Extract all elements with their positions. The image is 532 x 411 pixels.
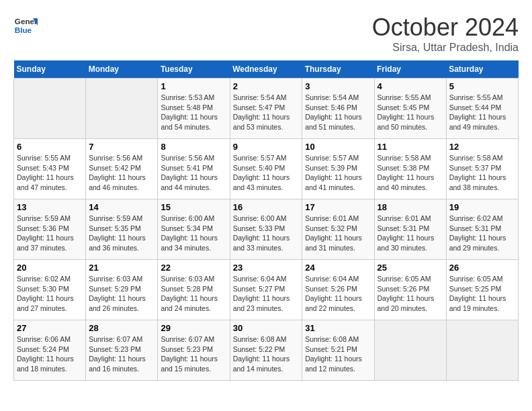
day-cell: 7Sunrise: 5:56 AMSunset: 5:42 PMDaylight…	[86, 139, 158, 199]
calendar-subtitle: Sirsa, Uttar Pradesh, India	[372, 42, 519, 54]
day-cell: 13Sunrise: 5:59 AMSunset: 5:36 PMDayligh…	[14, 199, 86, 260]
day-cell: 10Sunrise: 5:57 AMSunset: 5:39 PMDayligh…	[302, 139, 374, 199]
day-detail: Sunrise: 6:07 AMSunset: 5:23 PMDaylight:…	[161, 334, 226, 374]
day-number: 16	[233, 202, 300, 212]
calendar-table: SundayMondayTuesdayWednesdayThursdayFrid…	[13, 60, 519, 381]
day-detail: Sunrise: 5:54 AMSunset: 5:47 PMDaylight:…	[233, 93, 300, 132]
day-detail: Sunrise: 5:55 AMSunset: 5:45 PMDaylight:…	[378, 93, 443, 132]
day-number: 25	[378, 263, 443, 273]
day-number: 13	[17, 202, 83, 212]
day-number: 26	[449, 263, 515, 273]
day-number: 24	[305, 263, 371, 273]
day-detail: Sunrise: 5:57 AMSunset: 5:39 PMDaylight:…	[305, 153, 371, 193]
day-detail: Sunrise: 6:03 AMSunset: 5:28 PMDaylight:…	[161, 274, 226, 314]
day-number: 10	[305, 142, 371, 152]
day-number: 23	[233, 263, 300, 273]
day-detail: Sunrise: 6:08 AMSunset: 5:22 PMDaylight:…	[233, 334, 300, 374]
day-detail: Sunrise: 6:06 AMSunset: 5:24 PMDaylight:…	[17, 334, 83, 374]
day-detail: Sunrise: 6:05 AMSunset: 5:25 PMDaylight:…	[449, 274, 515, 314]
day-cell: 25Sunrise: 6:05 AMSunset: 5:26 PMDayligh…	[374, 260, 446, 320]
day-cell: 24Sunrise: 6:04 AMSunset: 5:26 PMDayligh…	[302, 260, 374, 320]
logo-icon: General Blue	[13, 13, 38, 38]
week-row-3: 13Sunrise: 5:59 AMSunset: 5:36 PMDayligh…	[14, 199, 519, 260]
day-number: 27	[17, 323, 83, 333]
day-number: 28	[89, 323, 154, 333]
weekday-header-saturday: Saturday	[446, 60, 518, 79]
day-detail: Sunrise: 6:04 AMSunset: 5:26 PMDaylight:…	[305, 274, 371, 314]
day-number: 19	[449, 202, 515, 212]
day-detail: Sunrise: 6:00 AMSunset: 5:33 PMDaylight:…	[233, 214, 300, 253]
day-detail: Sunrise: 6:04 AMSunset: 5:27 PMDaylight:…	[233, 274, 300, 314]
svg-text:Blue: Blue	[15, 26, 32, 34]
week-row-4: 20Sunrise: 6:02 AMSunset: 5:30 PMDayligh…	[14, 260, 519, 320]
weekday-header-wednesday: Wednesday	[230, 60, 302, 79]
day-number: 12	[449, 142, 515, 152]
day-cell	[374, 320, 446, 381]
day-cell	[446, 320, 518, 381]
day-cell: 1Sunrise: 5:53 AMSunset: 5:48 PMDaylight…	[158, 79, 230, 139]
week-row-2: 6Sunrise: 5:55 AMSunset: 5:43 PMDaylight…	[14, 139, 519, 199]
day-cell: 30Sunrise: 6:08 AMSunset: 5:22 PMDayligh…	[230, 320, 302, 381]
day-detail: Sunrise: 6:03 AMSunset: 5:29 PMDaylight:…	[89, 274, 154, 314]
day-detail: Sunrise: 6:01 AMSunset: 5:31 PMDaylight:…	[378, 214, 443, 253]
week-row-5: 27Sunrise: 6:06 AMSunset: 5:24 PMDayligh…	[14, 320, 519, 381]
logo: General Blue	[13, 13, 38, 38]
day-cell: 15Sunrise: 6:00 AMSunset: 5:34 PMDayligh…	[158, 199, 230, 260]
day-number: 30	[233, 323, 300, 333]
day-number: 9	[233, 142, 300, 152]
day-number: 21	[89, 263, 154, 273]
day-number: 17	[305, 202, 371, 212]
day-cell: 28Sunrise: 6:07 AMSunset: 5:23 PMDayligh…	[86, 320, 158, 381]
day-number: 18	[378, 202, 443, 212]
day-detail: Sunrise: 5:59 AMSunset: 5:35 PMDaylight:…	[89, 214, 154, 253]
day-cell: 21Sunrise: 6:03 AMSunset: 5:29 PMDayligh…	[86, 260, 158, 320]
day-number: 3	[305, 81, 371, 91]
day-number: 11	[378, 142, 443, 152]
weekday-header-friday: Friday	[374, 60, 446, 79]
day-detail: Sunrise: 6:01 AMSunset: 5:32 PMDaylight:…	[305, 214, 371, 253]
day-number: 22	[161, 263, 226, 273]
day-detail: Sunrise: 5:56 AMSunset: 5:41 PMDaylight:…	[161, 153, 226, 193]
day-cell	[14, 79, 86, 139]
day-detail: Sunrise: 6:00 AMSunset: 5:34 PMDaylight:…	[161, 214, 226, 253]
day-cell: 19Sunrise: 6:02 AMSunset: 5:31 PMDayligh…	[446, 199, 518, 260]
day-cell: 27Sunrise: 6:06 AMSunset: 5:24 PMDayligh…	[14, 320, 86, 381]
day-number: 15	[161, 202, 226, 212]
day-number: 31	[305, 323, 371, 333]
day-cell: 16Sunrise: 6:00 AMSunset: 5:33 PMDayligh…	[230, 199, 302, 260]
day-number: 29	[161, 323, 226, 333]
day-detail: Sunrise: 6:08 AMSunset: 5:21 PMDaylight:…	[305, 334, 371, 374]
day-cell	[86, 79, 158, 139]
day-cell: 5Sunrise: 5:55 AMSunset: 5:44 PMDaylight…	[446, 79, 518, 139]
day-detail: Sunrise: 6:07 AMSunset: 5:23 PMDaylight:…	[89, 334, 154, 374]
day-number: 20	[17, 263, 83, 273]
day-number: 2	[233, 81, 300, 91]
day-cell: 18Sunrise: 6:01 AMSunset: 5:31 PMDayligh…	[374, 199, 446, 260]
day-cell: 14Sunrise: 5:59 AMSunset: 5:35 PMDayligh…	[86, 199, 158, 260]
day-cell: 12Sunrise: 5:58 AMSunset: 5:37 PMDayligh…	[446, 139, 518, 199]
svg-text:General: General	[15, 17, 38, 26]
day-detail: Sunrise: 5:59 AMSunset: 5:36 PMDaylight:…	[17, 214, 83, 253]
day-cell: 9Sunrise: 5:57 AMSunset: 5:40 PMDaylight…	[230, 139, 302, 199]
day-number: 5	[449, 81, 515, 91]
day-cell: 8Sunrise: 5:56 AMSunset: 5:41 PMDaylight…	[158, 139, 230, 199]
weekday-header-monday: Monday	[86, 60, 158, 79]
day-cell: 17Sunrise: 6:01 AMSunset: 5:32 PMDayligh…	[302, 199, 374, 260]
day-detail: Sunrise: 5:57 AMSunset: 5:40 PMDaylight:…	[233, 153, 300, 193]
weekday-header-row: SundayMondayTuesdayWednesdayThursdayFrid…	[14, 60, 519, 79]
day-number: 7	[89, 142, 154, 152]
day-cell: 2Sunrise: 5:54 AMSunset: 5:47 PMDaylight…	[230, 79, 302, 139]
day-detail: Sunrise: 5:58 AMSunset: 5:37 PMDaylight:…	[449, 153, 515, 193]
title-block: October 2024 Sirsa, Uttar Pradesh, India	[372, 13, 519, 54]
day-cell: 23Sunrise: 6:04 AMSunset: 5:27 PMDayligh…	[230, 260, 302, 320]
weekday-header-sunday: Sunday	[14, 60, 86, 79]
day-cell: 22Sunrise: 6:03 AMSunset: 5:28 PMDayligh…	[158, 260, 230, 320]
weekday-header-thursday: Thursday	[302, 60, 374, 79]
day-cell: 4Sunrise: 5:55 AMSunset: 5:45 PMDaylight…	[374, 79, 446, 139]
day-detail: Sunrise: 6:02 AMSunset: 5:30 PMDaylight:…	[17, 274, 83, 314]
day-detail: Sunrise: 5:58 AMSunset: 5:38 PMDaylight:…	[378, 153, 443, 193]
day-detail: Sunrise: 5:54 AMSunset: 5:46 PMDaylight:…	[305, 93, 371, 132]
day-number: 8	[161, 142, 226, 152]
day-number: 6	[17, 142, 83, 152]
day-cell: 6Sunrise: 5:55 AMSunset: 5:43 PMDaylight…	[14, 139, 86, 199]
